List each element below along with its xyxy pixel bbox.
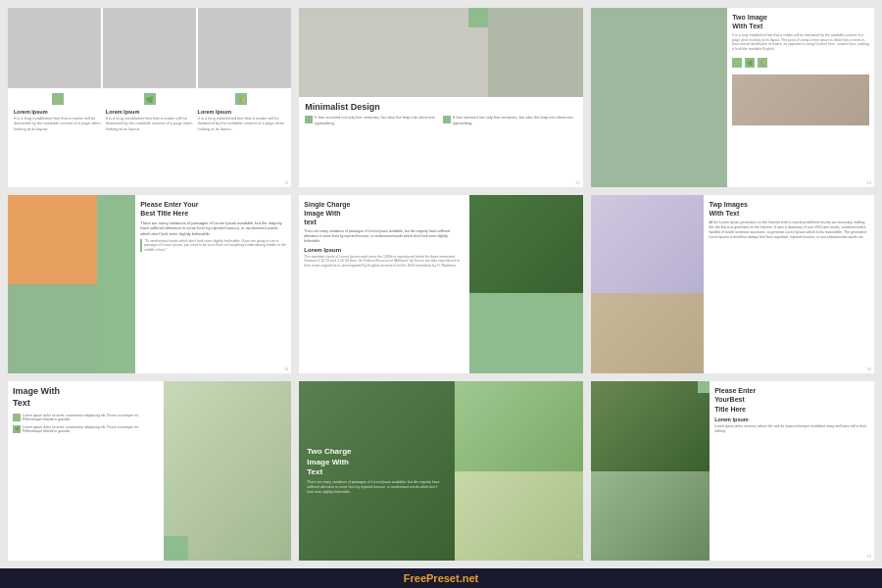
slide-2-items: It has survived not only five centuries,… <box>305 115 576 124</box>
slide-3-left <box>591 8 728 187</box>
slide-3-right: Two Image With Text It is a long establi… <box>727 8 874 187</box>
slide-5-right <box>469 195 583 374</box>
slide-7-page: 17 <box>284 554 288 559</box>
slide-8-content: Two Charge Image With Text There are man… <box>299 381 582 561</box>
slide-1-icon-1: 🌱 <box>52 93 64 105</box>
slide-1-col-2: Lorem Ipsum It is a long established fac… <box>104 108 196 132</box>
slide-3-icon-2: 🌿 <box>745 58 755 68</box>
slide-9-top-img <box>591 381 710 470</box>
slide-1-lorem-row: Lorem Ipsum It is a long established fac… <box>8 108 291 132</box>
watermark-text: FreePreset.net <box>404 572 478 584</box>
slide-1-icon-2: 🌿 <box>144 93 156 105</box>
slide-6-top-plant <box>591 195 705 293</box>
slide-6-left <box>591 195 705 374</box>
slide-2-title: Minimalist Design <box>305 102 576 112</box>
slide-2-text-2: It has survived not only five centuries,… <box>453 115 577 124</box>
slide-7-green-corner <box>164 536 188 561</box>
slide-2-item-2: It has survived not only five centuries,… <box>443 115 577 124</box>
watermark: FreePreset.net <box>0 568 882 588</box>
slide-5-green-block <box>469 293 583 373</box>
slide-4-left <box>8 195 135 374</box>
slide-1-text-1: It is a long established fact that a rea… <box>14 116 102 131</box>
slide-8-text: There are many variations of passages of… <box>307 480 441 495</box>
slide-3-icons: 🌱 🌿 🌾 <box>732 58 869 68</box>
slide-1-img-3 <box>198 8 291 88</box>
slide-5-big-text: There are many variations of passages of… <box>304 229 465 244</box>
slide-3-icon-3: 🌾 <box>758 58 767 68</box>
slide-4-title: Please Enter Your Best Title Here <box>140 200 286 218</box>
slide-5-left: Single Charge Image With text There are … <box>299 195 469 374</box>
slide-6-title: Twp Images With Text <box>709 200 869 218</box>
slide-3: Two Image With Text It is a long establi… <box>591 8 874 187</box>
slide-4-right: Please Enter Your Best Title Here There … <box>135 195 291 374</box>
slide-7-text-1: Lorem ipsum dolor sit amet, consectetur … <box>23 414 159 422</box>
slide-3-bottom-img <box>732 74 869 125</box>
slide-1-img-1 <box>8 8 101 88</box>
slide-2-content: Minimalist Design It has survived not on… <box>299 97 582 129</box>
slide-3-icon-1: 🌱 <box>732 58 742 68</box>
slide-4-green-bar <box>97 195 135 374</box>
slide-1-col-1: Lorem Ipsum It is a long established fac… <box>12 108 104 132</box>
slide-7: Image With Text 🌱 Lorem ipsum dolor sit … <box>8 381 291 561</box>
slide-5-lorem-title: Lorem Ipsum <box>304 247 465 253</box>
slide-2-icon-2 <box>443 116 451 123</box>
slide-3-text: It is a long established fact that a rea… <box>732 33 869 51</box>
slide-2: Minimalist Design It has survived not on… <box>299 8 582 187</box>
slide-3-page: 13 <box>867 180 871 185</box>
slide-9-right: Please Enter YourBest Title Here Lorem I… <box>710 381 874 561</box>
slide-6-page: 16 <box>867 367 871 371</box>
slide-5: Single Charge Image With text There are … <box>299 195 582 374</box>
slide-9-text: Lorem ipsum dolor sit amet, adisci elit,… <box>714 424 869 434</box>
slide-8-page: 18 <box>575 554 579 559</box>
watermark-preset: Preset <box>426 572 460 584</box>
slides-grid: 🌱 🌿 🌾 Lorem Ipsum It is a long establish… <box>0 0 882 568</box>
slide-1-images <box>8 8 291 88</box>
slide-3-title: Two Image With Text <box>732 13 869 30</box>
slide-9-left <box>591 381 710 561</box>
slide-1-title-2: Lorem Ipsum <box>106 109 194 115</box>
slide-9-bottom-img <box>591 471 710 561</box>
slide-7-icon-2: 🌿 <box>13 425 21 433</box>
slide-7-item-1: 🌱 Lorem ipsum dolor sit amet, consectetu… <box>13 414 159 422</box>
slide-2-item-1: It has survived not only five centuries,… <box>305 115 439 124</box>
slide-4: Please Enter Your Best Title Here There … <box>8 195 291 374</box>
slide-6-text: All the Lorem Ipsum generators on the In… <box>709 220 869 240</box>
slide-9-green-accent <box>698 381 710 393</box>
slide-2-green-accent <box>468 8 488 27</box>
slide-1-img-2 <box>103 8 196 88</box>
slide-2-room-img <box>299 8 488 97</box>
slide-5-page: 15 <box>575 367 579 371</box>
slide-4-big-text: There are many variations of passages of… <box>140 220 286 237</box>
slide-1-col-3: Lorem Ipsum It is a long established fac… <box>196 108 288 132</box>
slide-7-icon-1: 🌱 <box>13 414 21 421</box>
slide-3-plant-img <box>591 8 728 187</box>
slide-9-lorem-title: Lorem Ipsum <box>714 416 869 422</box>
watermark-net: .net <box>460 572 479 584</box>
slide-9: Please Enter YourBest Title Here Lorem I… <box>591 381 874 561</box>
slide-5-plant-img <box>469 195 583 293</box>
slide-7-plant-img <box>164 381 291 561</box>
slide-5-title: Single Charge Image With text <box>304 200 465 226</box>
slide-7-text-2: Lorem ipsum dolor sit amet, consectetur … <box>23 425 159 434</box>
slide-8-title: Two Charge Image With Text <box>307 447 441 477</box>
slide-2-page: 12 <box>575 180 579 185</box>
slide-2-top <box>299 8 582 97</box>
slide-6-bottom-plant <box>591 293 705 373</box>
slide-1-text-2: It is a long established fact that a rea… <box>106 116 194 131</box>
slide-8: Two Charge Image With Text There are man… <box>299 381 582 561</box>
slide-6-right: Twp Images With Text All the Lorem Ipsum… <box>704 195 874 374</box>
slide-2-icon-1 <box>305 116 313 123</box>
slide-1: 🌱 🌿 🌾 Lorem Ipsum It is a long establish… <box>8 8 291 187</box>
slide-7-title: Image With Text <box>13 386 159 409</box>
slide-1-title-1: Lorem Ipsum <box>14 109 102 115</box>
slide-1-text-3: It is a long established fact that a rea… <box>198 116 286 131</box>
slide-9-title: Please Enter YourBest Title Here <box>714 386 869 413</box>
slide-7-item-2: 🌿 Lorem ipsum dolor sit amet, consectetu… <box>13 425 159 434</box>
slide-4-quote: "To randomised words which don't look ev… <box>140 239 286 253</box>
slide-2-text-1: It has survived not only five centuries,… <box>315 115 439 124</box>
slide-2-right-img <box>488 8 582 97</box>
slide-1-icon-3: 🌾 <box>235 93 247 105</box>
slide-7-right <box>164 381 291 561</box>
slide-5-lorem-text: The standard chunk of Lorem Ipsum used s… <box>304 255 465 269</box>
slide-7-left: Image With Text 🌱 Lorem ipsum dolor sit … <box>8 381 164 561</box>
